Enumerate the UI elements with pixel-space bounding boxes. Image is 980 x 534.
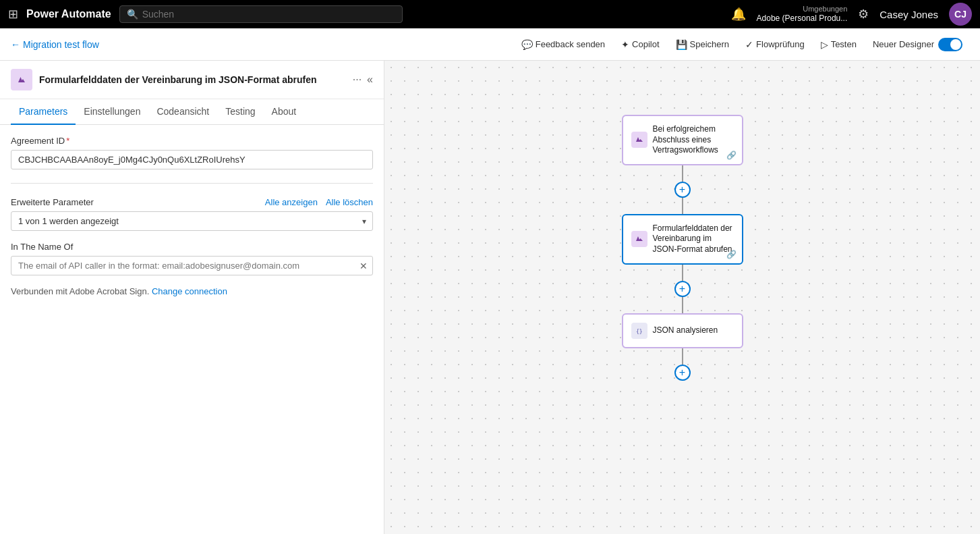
main-layout: Formularfelddaten der Vereinbarung im JS… bbox=[0, 61, 980, 534]
in-name-clear-button[interactable]: ✕ bbox=[359, 261, 368, 271]
grid-icon[interactable]: ⊞ bbox=[8, 7, 18, 22]
trigger-link-icon: 🔗 bbox=[726, 151, 737, 160]
in-name-of-group: In The Name Of ✕ bbox=[11, 242, 373, 275]
connector-3: + bbox=[674, 348, 691, 381]
in-name-of-input[interactable] bbox=[11, 256, 373, 275]
connection-text: Verbunden mit Adobe Acrobat Sign. Change… bbox=[11, 286, 373, 296]
copilot-icon: ✦ bbox=[621, 39, 629, 50]
search-icon: 🔍 bbox=[127, 9, 138, 20]
copilot-button[interactable]: ✦ Copilot bbox=[614, 35, 666, 54]
flowcheck-button[interactable]: ✓ Flowprüfung bbox=[739, 35, 811, 54]
change-connection-link[interactable]: Change connection bbox=[152, 286, 227, 296]
trigger-node-title: Bei erfolgreichem Abschluss eines Vertra… bbox=[653, 124, 734, 156]
top-nav-right: 🔔 Umgebungen Adobe (Personal Produ... ⚙ … bbox=[731, 3, 972, 26]
panel-header: Formularfelddaten der Vereinbarung im JS… bbox=[0, 61, 384, 99]
tab-about[interactable]: About bbox=[264, 99, 305, 125]
erweiterte-header: Erweiterte Parameter Alle anzeigen Alle … bbox=[11, 197, 373, 207]
environment-label: Umgebungen bbox=[803, 5, 847, 14]
avatar[interactable]: CJ bbox=[949, 3, 972, 26]
trigger-node-header: Bei erfolgreichem Abschluss eines Vertra… bbox=[631, 124, 734, 156]
svg-rect-2 bbox=[635, 234, 644, 244]
formular-link-icon: 🔗 bbox=[726, 250, 737, 259]
save-icon: 💾 bbox=[676, 39, 687, 50]
notification-icon[interactable]: 🔔 bbox=[731, 7, 746, 22]
agreement-id-group: Agreement ID* bbox=[11, 136, 373, 169]
in-name-of-label: In The Name Of bbox=[11, 242, 373, 252]
divider-1 bbox=[11, 183, 373, 184]
formular-node-icon bbox=[631, 231, 647, 247]
feedback-icon: 💬 bbox=[521, 39, 533, 50]
canvas-area[interactable]: Bei erfolgreichem Abschluss eines Vertra… bbox=[384, 61, 980, 534]
panel-more-button[interactable]: ··· bbox=[353, 74, 362, 86]
json-node-icon: {} bbox=[631, 323, 647, 339]
connection-group: Verbunden mit Adobe Acrobat Sign. Change… bbox=[11, 286, 373, 296]
flowcheck-icon: ✓ bbox=[745, 39, 753, 50]
erweiterte-actions: Alle anzeigen Alle löschen bbox=[265, 197, 373, 207]
left-panel: Formularfelddaten der Vereinbarung im JS… bbox=[0, 61, 384, 534]
erweiterte-dropdown[interactable]: 1 von 1 werden angezeigt bbox=[11, 211, 373, 231]
back-icon: ← bbox=[11, 39, 20, 50]
json-node-title: JSON analysieren bbox=[653, 325, 718, 336]
connector-2: + bbox=[674, 265, 691, 313]
trigger-node[interactable]: Bei erfolgreichem Abschluss eines Vertra… bbox=[622, 115, 743, 165]
connector-line-1 bbox=[682, 165, 683, 182]
svg-text:{}: {} bbox=[636, 329, 643, 335]
agreement-id-input[interactable] bbox=[11, 150, 373, 169]
panel-actions: ··· « bbox=[353, 74, 373, 86]
new-designer-section: Neuer Designer bbox=[866, 35, 969, 54]
environment-block: Umgebungen Adobe (Personal Produ... bbox=[757, 5, 848, 24]
search-bar: 🔍 bbox=[119, 5, 403, 23]
test-button[interactable]: ▷ Testen bbox=[814, 35, 863, 54]
json-node-header: {} JSON analysieren bbox=[631, 323, 734, 339]
app-title: Power Automate bbox=[26, 8, 111, 20]
form-content: Agreement ID* Erweiterte Parameter Alle … bbox=[0, 125, 384, 307]
feedback-button[interactable]: 💬 Feedback senden bbox=[515, 35, 612, 54]
erweiterte-parameter-group: Erweiterte Parameter Alle anzeigen Alle … bbox=[11, 197, 373, 231]
new-designer-toggle[interactable] bbox=[938, 38, 962, 51]
add-step-button-1[interactable]: + bbox=[674, 182, 691, 198]
settings-icon[interactable]: ⚙ bbox=[858, 7, 869, 22]
alle-anzeigen-link[interactable]: Alle anzeigen bbox=[265, 197, 318, 207]
erweiterte-dropdown-wrapper: 1 von 1 werden angezeigt ▾ bbox=[11, 211, 373, 231]
connector-line-1b bbox=[682, 198, 683, 214]
connector-1: + bbox=[674, 165, 691, 214]
formular-node[interactable]: Formularfelddaten der Vereinbarung im JS… bbox=[622, 214, 743, 265]
tab-einstellungen[interactable]: Einstellungen bbox=[76, 99, 148, 125]
second-nav-actions: 💬 Feedback senden ✦ Copilot 💾 Speichern … bbox=[515, 35, 969, 54]
alle-loschen-link[interactable]: Alle löschen bbox=[326, 197, 373, 207]
trigger-node-icon bbox=[631, 132, 647, 148]
tabs-bar: Parameters Einstellungen Codeansicht Tes… bbox=[0, 99, 384, 125]
add-step-button-3[interactable]: + bbox=[674, 365, 691, 381]
add-step-button-2[interactable]: + bbox=[674, 281, 691, 297]
new-designer-label: Neuer Designer bbox=[873, 39, 934, 49]
search-input[interactable] bbox=[142, 9, 395, 20]
connector-line-3 bbox=[682, 348, 683, 365]
json-node[interactable]: {} JSON analysieren bbox=[622, 313, 743, 348]
panel-collapse-button[interactable]: « bbox=[367, 74, 373, 86]
user-name: Casey Jones bbox=[880, 9, 938, 20]
connector-line-2 bbox=[682, 265, 683, 281]
flow-title: Migration test flow bbox=[23, 39, 99, 50]
flow-container: Bei erfolgreichem Abschluss eines Vertra… bbox=[622, 115, 743, 381]
panel-title: Formularfelddaten der Vereinbarung im JS… bbox=[39, 74, 346, 85]
second-navigation: ← Migration test flow 💬 Feedback senden … bbox=[0, 28, 980, 61]
back-button[interactable]: ← Migration test flow bbox=[11, 39, 99, 50]
in-name-of-wrapper: ✕ bbox=[11, 256, 373, 275]
tab-codeansicht[interactable]: Codeansicht bbox=[148, 99, 217, 125]
connector-line-2b bbox=[682, 297, 683, 313]
top-navigation: ⊞ Power Automate 🔍 🔔 Umgebungen Adobe (P… bbox=[0, 0, 980, 28]
save-button[interactable]: 💾 Speichern bbox=[669, 35, 737, 54]
erweiterte-label: Erweiterte Parameter bbox=[11, 197, 94, 207]
formular-node-title: Formularfelddaten der Vereinbarung im JS… bbox=[653, 223, 734, 255]
tab-testing[interactable]: Testing bbox=[217, 99, 263, 125]
environment-name: Adobe (Personal Produ... bbox=[757, 14, 848, 23]
tab-parameters[interactable]: Parameters bbox=[11, 99, 76, 125]
panel-adobe-icon bbox=[11, 69, 32, 90]
svg-rect-1 bbox=[635, 135, 644, 144]
formular-node-header: Formularfelddaten der Vereinbarung im JS… bbox=[631, 223, 734, 255]
agreement-id-label: Agreement ID* bbox=[11, 136, 373, 146]
test-icon: ▷ bbox=[821, 39, 828, 50]
